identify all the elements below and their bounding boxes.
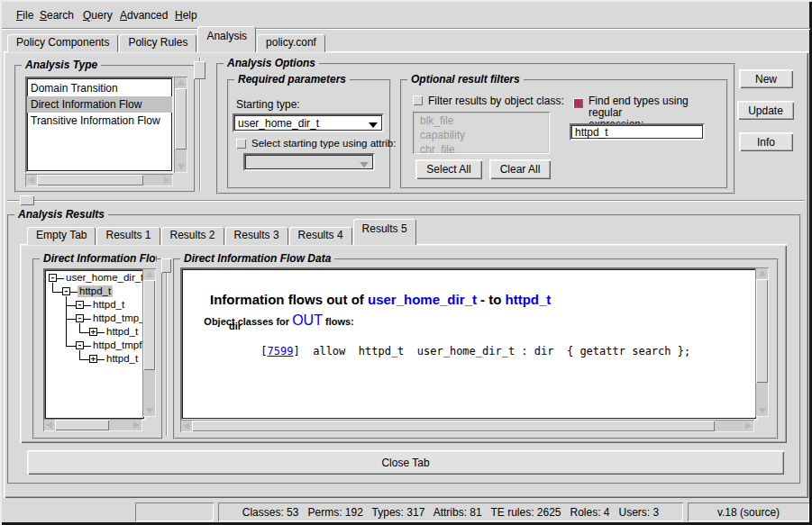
tab-policy-components[interactable]: Policy Components — [7, 34, 118, 52]
regex-checkbox[interactable] — [573, 98, 583, 108]
results-tab-results-1[interactable]: Results 1 — [96, 227, 160, 245]
rule-number-link[interactable]: 7599 — [268, 345, 294, 358]
chevron-down-icon — [360, 162, 369, 167]
scrollbar-thumb[interactable] — [55, 420, 109, 430]
filter-by-class-label: Filter results by object class: — [428, 95, 564, 107]
tree-connector — [84, 319, 91, 320]
scrollbar-thumb[interactable] — [756, 279, 768, 383]
results-sash-handle[interactable] — [20, 195, 34, 205]
scrollbar-thumb[interactable] — [143, 280, 155, 370]
scroll-up-icon[interactable] — [755, 267, 769, 279]
menu-query[interactable]: Query — [83, 9, 113, 22]
scrollbar-thumb[interactable] — [175, 88, 187, 149]
flow-data-textarea[interactable]: Information flows out of user_home_dir_t… — [180, 267, 758, 421]
tree-node-user-home-dir-t[interactable]: user_home_dir_t — [64, 272, 145, 284]
tree-vscrollbar[interactable] — [142, 268, 156, 417]
scroll-up-icon[interactable] — [142, 268, 156, 280]
new-button[interactable]: New — [739, 69, 793, 88]
menu-help[interactable]: Help — [175, 9, 197, 22]
scroll-right-icon[interactable] — [743, 420, 754, 432]
tree-node-httpd-tmpfs-t[interactable]: httpd_tmpfs_t — [91, 339, 146, 351]
object-class-option-blk-file: blk_file — [416, 113, 546, 128]
tree-expander-minus-icon[interactable]: - — [62, 287, 70, 295]
analysis-type-option-direct-information-flow[interactable]: Direct Information Flow — [27, 96, 172, 113]
object-class-name: dir — [229, 321, 242, 331]
analysis-options-title: Analysis Options — [224, 57, 319, 69]
data-vscrollbar[interactable] — [755, 267, 769, 417]
scrollbar-thumb[interactable] — [37, 175, 143, 186]
attrib-checkbox[interactable] — [236, 139, 246, 149]
tree-node-httpd-t[interactable]: httpd_t — [105, 326, 140, 338]
scroll-down-icon[interactable] — [174, 161, 187, 173]
rule-line: [7599] allow httpd_t user_home_dir_t : d… — [222, 332, 690, 370]
tree-connector — [66, 346, 76, 347]
menu-file[interactable]: File — [16, 9, 33, 22]
results-tab-empty-tab[interactable]: Empty Tab — [27, 227, 96, 245]
results-tab-bar: Empty TabResults 1Results 2Results 3Resu… — [27, 222, 417, 245]
starting-type-combobox[interactable]: user_home_dir_t — [233, 113, 384, 132]
update-button[interactable]: Update — [737, 101, 794, 120]
tree-expander-minus-icon[interactable]: - — [76, 341, 84, 349]
tab-policy-conf[interactable]: policy.conf — [257, 34, 325, 52]
tab-policy-rules[interactable]: Policy Rules — [119, 34, 196, 52]
data-hscrollbar[interactable] — [180, 420, 754, 432]
results-tab-results-2[interactable]: Results 2 — [161, 227, 224, 245]
tree-connector — [97, 332, 105, 333]
filter-by-class-checkbox[interactable] — [413, 95, 423, 105]
tree-node-httpd-t[interactable]: httpd_t — [91, 299, 126, 311]
tree-connector — [52, 283, 53, 292]
policy-version: v.18 (source) — [717, 506, 780, 519]
tree-expander-plus-icon[interactable]: + — [89, 328, 97, 336]
tree-hscrollbar[interactable] — [43, 419, 142, 431]
tree-expander-plus-icon[interactable]: + — [89, 355, 97, 363]
tree-expander-minus-icon[interactable]: - — [76, 314, 84, 322]
analysis-type-option-domain-transition[interactable]: Domain Transition — [27, 80, 172, 96]
tree-connector — [79, 323, 80, 332]
tree-expander-minus-icon[interactable]: - — [76, 301, 84, 309]
analysis-type-title: Analysis Type — [22, 59, 101, 71]
object-class-option-capability: capability — [416, 128, 546, 142]
results-tab-results-3[interactable]: Results 3 — [225, 227, 288, 245]
scroll-right-icon[interactable] — [131, 419, 142, 431]
tree-connector — [79, 359, 89, 360]
tree-node-httpd-t[interactable]: httpd_t — [78, 285, 113, 297]
scroll-down-icon[interactable] — [755, 405, 769, 417]
select-all-button[interactable]: Select All — [415, 159, 482, 179]
scroll-up-icon[interactable] — [174, 77, 187, 88]
tree-connector — [84, 346, 91, 347]
scrollbar-thumb[interactable] — [192, 421, 715, 431]
clear-all-button[interactable]: Clear All — [489, 159, 551, 179]
tab-analysis[interactable]: Analysis — [197, 26, 256, 52]
tree-data-sash-handle[interactable] — [161, 258, 171, 273]
scroll-right-icon[interactable] — [161, 174, 173, 186]
scroll-left-icon[interactable] — [25, 174, 37, 186]
tree-connector — [66, 305, 76, 306]
regex-value: httpd_t — [575, 126, 608, 139]
apol-window: FileSearchQueryAdvancedHelp Policy Compo… — [0, 0, 812, 525]
analysis-type-listbox[interactable]: Domain TransitionDirect Information Flow… — [25, 77, 174, 173]
menu-bar: FileSearchQueryAdvancedHelp — [2, 2, 810, 28]
scroll-left-icon[interactable] — [43, 419, 55, 431]
results-tab-results-4[interactable]: Results 4 — [289, 227, 352, 245]
menu-advanced[interactable]: Advanced — [120, 9, 168, 22]
flow-tree-canvas[interactable]: -user_home_dir_t-httpd_t-httpd_t-httpd_t… — [43, 268, 146, 421]
chevron-down-icon[interactable] — [369, 122, 378, 128]
results-tab-results-5[interactable]: Results 5 — [353, 219, 416, 245]
tree-expander-minus-icon[interactable]: - — [49, 274, 57, 282]
tree-connector — [57, 278, 64, 279]
analysis-type-hscrollbar[interactable] — [25, 174, 173, 186]
main-tab-bar: Policy ComponentsPolicy RulesAnalysispol… — [7, 30, 326, 52]
scroll-down-icon[interactable] — [142, 405, 156, 417]
tree-node-httpd-t[interactable]: httpd_t — [105, 353, 140, 365]
close-tab-button[interactable]: Close Tab — [27, 450, 784, 475]
tree-node-httpd-tmp-t[interactable]: httpd_tmp_t — [91, 312, 146, 324]
scroll-left-icon[interactable] — [180, 420, 192, 432]
tree-connector — [97, 359, 105, 360]
regex-input[interactable]: httpd_t — [570, 123, 705, 140]
analysis-type-vscrollbar[interactable] — [174, 77, 187, 173]
info-button[interactable]: Info — [739, 132, 793, 151]
flow-start-type: user_home_dir_t — [368, 292, 477, 307]
pane-sash-handle[interactable] — [194, 61, 205, 79]
menu-search[interactable]: Search — [40, 9, 74, 22]
analysis-type-option-transitive-information-flow[interactable]: Transitive Information Flow — [27, 113, 172, 129]
